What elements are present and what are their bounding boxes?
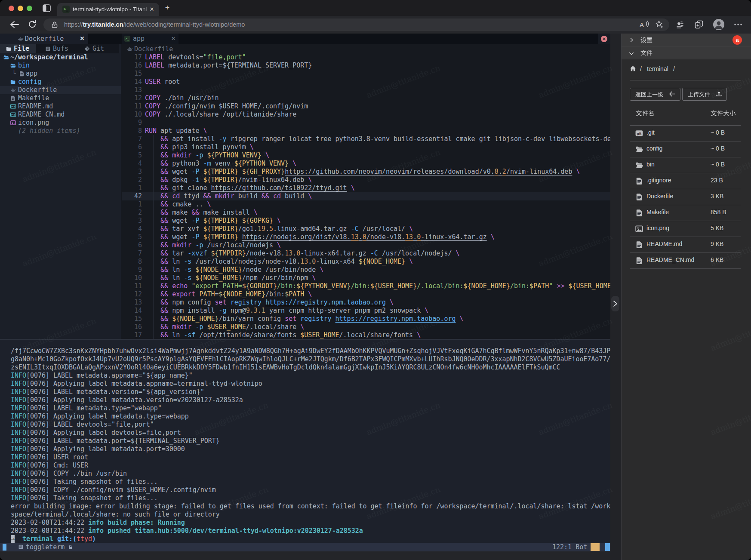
editor-line-5[interactable]: 5 && mkdir -p ${PYTHON_VENV} \: [122, 151, 610, 160]
line-number: 14: [122, 78, 142, 86]
terminal-icon: >_: [124, 36, 130, 42]
tab-close-icon[interactable]: ✕: [148, 6, 155, 13]
file-row-dockerfile[interactable]: Dockerfile3 KB: [622, 189, 751, 205]
tabline-end-cell: ✕: [598, 34, 610, 44]
editor-line-13[interactable]: 13: [122, 86, 610, 94]
editor-line-4[interactable]: 4 && tar xvf ${TMPDIR}/go1.19.5.linux-am…: [122, 225, 610, 233]
editor-line-11[interactable]: 11 && echo "export PATH=${GOROOT}/bin:${…: [122, 282, 610, 290]
line-number: 1: [122, 184, 142, 192]
tree-item-config[interactable]: config: [0, 78, 121, 86]
tree-item-dockerfile[interactable]: Dockerfile: [0, 86, 121, 94]
file-row-icon.png[interactable]: icon.png5 KB: [622, 221, 751, 237]
editor-line-10[interactable]: 10 && ln -s ${NODE_HOME}/npm /usr/bin/np…: [122, 274, 610, 282]
tree-item-makefile[interactable]: Makefile: [0, 94, 121, 102]
file-row-readme_cn.md[interactable]: README_CN.md6 KB: [622, 253, 751, 269]
editor-line-7[interactable]: 7 && apt install -y ripgrep ranger lolca…: [122, 135, 610, 143]
address-bar[interactable]: https://try.titanide.cn/ide/web/coding/t…: [43, 18, 669, 31]
editor-line-16[interactable]: 16LABEL metadata.port=${TERMINAL_SERVER_…: [122, 62, 610, 70]
file-row-bin[interactable]: bin~ 0 B: [622, 157, 751, 173]
editor-line-11[interactable]: 11COPY ./config/nvim $USER_HOME/.config/…: [122, 102, 610, 111]
editor-line-2[interactable]: 2 && make && make install \: [122, 209, 610, 217]
reload-button[interactable]: [28, 20, 37, 29]
editor-line-17[interactable]: 17 && ln -sf /opt/titanide/share/fonts $…: [122, 331, 610, 339]
window-zoom-button[interactable]: [27, 6, 32, 11]
panel-collapse-handle[interactable]: [611, 296, 619, 311]
tree-item-icon.png[interactable]: icon.png: [0, 119, 121, 127]
browser-tab[interactable]: >_ terminal-ttyd-wlotnipo - TitanI ✕: [57, 3, 159, 16]
vim-tab-close-icon[interactable]: ✕: [170, 35, 177, 42]
editor-line-6[interactable]: 6 && mkdir -p /usr/local/nodejs \: [122, 241, 610, 249]
file-row-.git[interactable]: .git~ 0 B: [622, 126, 751, 142]
sidebar-tab-file[interactable]: File: [0, 44, 36, 53]
window-minimize-button[interactable]: [18, 6, 23, 11]
file-row-config[interactable]: config~ 0 B: [622, 142, 751, 157]
code-editor[interactable]: Dockerfile 17LABEL devtools="file,port"1…: [122, 44, 610, 339]
tree-item-workspaceterminal[interactable]: ~/workspace/terminal: [0, 53, 121, 62]
editor-line-13[interactable]: 13 && npm config set registry https://re…: [122, 298, 610, 307]
editor-line-9[interactable]: 9: [122, 119, 610, 127]
editor-line-5[interactable]: 5 && wget -P ${TMPDIR} https://nodejs.or…: [122, 233, 610, 241]
editor-line-2[interactable]: 2 && dpkg -i ${TMPDIR}/nvim-linux64.deb …: [122, 176, 610, 184]
editor-line-17[interactable]: 17LABEL devtools="file,port": [122, 53, 610, 62]
editor-line-6[interactable]: 6 && pip3 install pynvim \: [122, 143, 610, 151]
file-row-makefile[interactable]: Makefile858 B: [622, 205, 751, 221]
browser-menu-icon[interactable]: [733, 20, 743, 29]
editor-line-42[interactable]: 42 && cd ttyd && mkdir build && cd build…: [122, 192, 610, 200]
file-row-.gitignore[interactable]: .gitignore23 B: [622, 173, 751, 189]
editor-line-16[interactable]: 16 && mkdir -p $USER_HOME/.local/share \: [122, 323, 610, 331]
editor-line-9[interactable]: 9 && ln -s ${NODE_HOME}/node /usr/bin/no…: [122, 266, 610, 274]
new-tab-button[interactable]: +: [163, 3, 172, 13]
line-number: 15: [122, 70, 142, 78]
read-aloud-icon[interactable]: A: [640, 21, 649, 29]
editor-line-12[interactable]: 12 && export PATH=${NODE_HOME}/bin:$PATH…: [122, 290, 610, 298]
close-session-icon[interactable]: ✕: [601, 36, 607, 42]
editor-line-15[interactable]: 15: [122, 70, 610, 78]
vim-tab-dockerfile[interactable]: Dockerfile ✕: [0, 34, 88, 44]
tree-item-bin[interactable]: bin: [0, 62, 121, 70]
vim-tab-close-icon[interactable]: ✕: [79, 35, 86, 42]
tab-overview-icon[interactable]: [43, 4, 51, 12]
home-icon[interactable]: [630, 65, 636, 72]
tree-item-readme.md[interactable]: README.md: [0, 102, 121, 111]
editor-line-1[interactable]: 1 && cmake .. \: [122, 200, 610, 209]
line-number: 5: [122, 151, 142, 160]
tree-item-readme_cn.md[interactable]: README_CN.md: [0, 111, 121, 119]
browser-profile-avatar[interactable]: [713, 19, 724, 30]
editor-line-14[interactable]: 14USER root: [122, 78, 610, 86]
terminal-line: INFO[0076] Cmd: USER: [11, 462, 88, 470]
editor-line-4[interactable]: 4 && python3 -m venv ${PYTHON_VENV} \: [122, 160, 610, 168]
panel-splitter[interactable]: [610, 34, 622, 560]
user-avatar[interactable]: a: [733, 35, 742, 45]
scrollbar-thumb[interactable]: [605, 543, 610, 551]
add-favorite-star-icon[interactable]: [655, 20, 664, 29]
breadcrumb-directory[interactable]: terminal: [647, 65, 668, 73]
back-button[interactable]: [9, 20, 19, 29]
editor-line-1[interactable]: 1 && git clone https://github.com/tsl092…: [122, 184, 610, 192]
tree-item-2hiddenitems[interactable]: (2 hidden items): [0, 127, 121, 135]
editor-line-8[interactable]: 8RUN apt update \: [122, 127, 610, 135]
terminal-pane[interactable]: /fj7CcwoCW7ZXBc3snKxZNYHpbh7uhwOvx2lsi4W…: [0, 340, 610, 543]
editor-line-14[interactable]: 14 && npm install -g npm@9.3.1 yarn cnpm…: [122, 307, 610, 315]
editor-line-7[interactable]: 7 && tar -xvzf ${TMPDIR}/node-v18.13.0-l…: [122, 249, 610, 258]
editor-line-8[interactable]: 8 && ln -s /usr/local/nodejs/node-v18.13…: [122, 258, 610, 266]
sidebar-tab-bufs[interactable]: Bufs: [36, 44, 76, 53]
collections-icon[interactable]: [675, 20, 684, 29]
terminal-line: zsENIL3ItxqIOXDBGALaQgAPxxnV2YOoRl40a6ey…: [11, 363, 560, 372]
panel-section-files[interactable]: [622, 46, 751, 59]
vim-tab-app[interactable]: >_ app ✕: [122, 34, 179, 44]
sidebar-tab-git[interactable]: Git: [76, 44, 119, 53]
terminal-line: error building image: error building sta…: [11, 502, 610, 511]
file-row-readme.md[interactable]: README.md9 KB: [622, 237, 751, 253]
window-close-button[interactable]: [9, 6, 14, 11]
editor-line-15[interactable]: 15 && ${NODE_HOME}/bin/yarn config set r…: [122, 315, 610, 323]
tree-item-app[interactable]: └app: [0, 70, 121, 78]
editor-line-3[interactable]: 3 && wget -P ${TMPDIR} ${GOPKG} \: [122, 217, 610, 225]
line-number: 7: [122, 249, 142, 258]
editor-line-10[interactable]: 10COPY ./.local/share /opt/titanide/shar…: [122, 111, 610, 119]
panel-section-settings[interactable]: [622, 34, 751, 46]
go-up-button[interactable]: [630, 88, 680, 101]
duplicate-tab-icon[interactable]: [695, 20, 703, 29]
upload-file-button[interactable]: [682, 88, 727, 101]
editor-line-3[interactable]: 3 && wget -P ${TMPDIR} ${GH_PROXY}https:…: [122, 168, 610, 176]
editor-line-12[interactable]: 12COPY ./bin /usr/bin: [122, 94, 610, 102]
